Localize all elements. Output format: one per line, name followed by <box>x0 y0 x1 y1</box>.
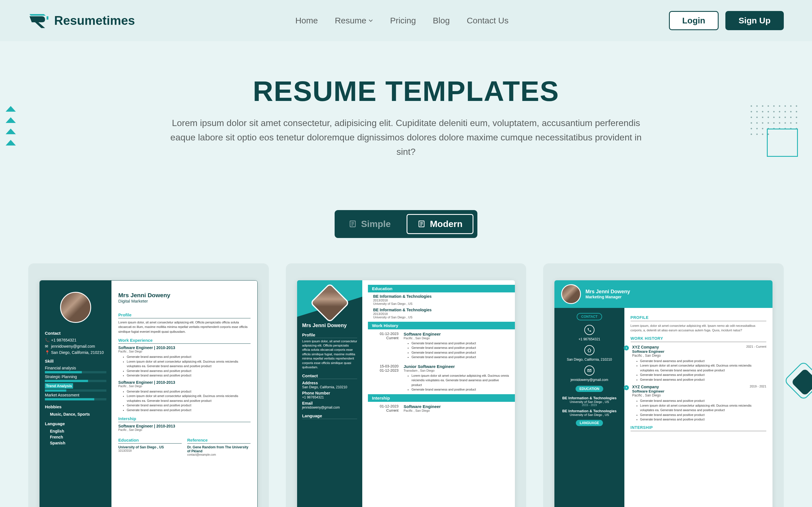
timeline-dot-icon <box>624 345 629 350</box>
template-card-1[interactable]: Contact 📞+1 987654321 ✉jennidoweny@gmail… <box>28 263 269 507</box>
svg-point-16 <box>790 111 792 113</box>
email-icon: ✉ <box>45 344 49 348</box>
intership-heading: Intership <box>368 394 515 402</box>
education-heading: Education <box>368 285 515 292</box>
nav-contact[interactable]: Contact Us <box>467 16 508 25</box>
resume-name: Mrs Jenni Doweny <box>586 289 630 295</box>
education-pill: EDUCATION <box>576 386 603 392</box>
profile-text: Lorem ipsum dolor, sit amet consectetur … <box>118 320 250 334</box>
hobbies-heading: Hobbies <box>45 404 106 409</box>
education-location: University of San Diego , US <box>373 316 510 319</box>
resume-role: Marketing Manager <box>586 295 630 299</box>
language-item: French <box>45 434 106 440</box>
svg-point-2 <box>762 106 763 107</box>
signup-button[interactable]: Sign Up <box>725 11 784 30</box>
svg-point-45 <box>751 134 752 135</box>
language-heading: Language <box>45 421 106 426</box>
reference-contact: contact@example.com <box>187 453 251 456</box>
skill-item: Strategic Planning <box>45 375 106 379</box>
resume-name: Mrs Jenni Doweny <box>118 292 250 299</box>
svg-point-46 <box>756 134 758 135</box>
address-value: San Diego, California, 210210 <box>302 385 358 389</box>
skill-item: Financial analysis <box>45 366 106 370</box>
address-label: Address <box>302 381 358 385</box>
education-date: 2015 - 2019 <box>558 403 620 407</box>
svg-point-26 <box>796 117 797 118</box>
svg-point-23 <box>779 117 780 118</box>
templates-grid: Contact 📞+1 987654321 ✉jennidoweny@gmail… <box>0 263 812 507</box>
svg-point-24 <box>784 117 786 118</box>
work-heading: WORK HISTORY <box>631 336 766 342</box>
education-title: University of San Diego , US <box>118 445 181 449</box>
template-tabs: Simple Modern <box>0 210 812 238</box>
nav-pricing[interactable]: Pricing <box>390 16 416 25</box>
tab-modern[interactable]: Modern <box>407 214 474 234</box>
chevron-down-icon <box>369 18 373 23</box>
nav-home[interactable]: Home <box>295 16 318 25</box>
education-title: BE Information & Technologies <box>373 307 510 312</box>
template-card-3[interactable]: Mrs Jenni Doweny Marketing Manager CONTA… <box>543 263 784 507</box>
tab-simple[interactable]: Simple <box>338 214 401 234</box>
profile-heading: Profile <box>118 313 250 318</box>
decoration-triangles <box>6 106 16 151</box>
job-title: Software Engineer <box>403 404 510 409</box>
avatar-icon <box>561 284 581 304</box>
svg-point-58 <box>626 347 627 348</box>
document-icon <box>349 220 357 228</box>
svg-point-12 <box>768 111 769 113</box>
svg-point-34 <box>790 122 792 124</box>
job-location: Pacific , San Diego <box>403 409 510 412</box>
job-date: 2019 - 2021 <box>750 385 766 389</box>
job-bullets: Generate brand awarness and positive pro… <box>118 354 250 378</box>
job-location: Pacific , San Diego <box>118 428 250 432</box>
profile-heading: Profile <box>302 332 358 338</box>
template-card-2[interactable]: Mrs Jenni Doweny Profile Lorem ipsum dol… <box>286 263 527 507</box>
education-title: BE Information & Technologies <box>558 396 620 400</box>
svg-point-29 <box>762 122 763 124</box>
job-location: Pacific , San Diego <box>632 354 766 357</box>
main-nav: Home Resume Pricing Blog Contact Us <box>295 16 509 25</box>
work-heading: Work Experience <box>118 338 250 344</box>
work-heading: Work History <box>368 322 515 329</box>
language-item: English <box>45 428 106 434</box>
svg-point-31 <box>773 122 775 124</box>
intership-heading: Intership <box>118 416 250 422</box>
education-date: 1013/2018 <box>118 449 181 452</box>
svg-point-0 <box>751 106 752 107</box>
nav-blog[interactable]: Blog <box>433 16 450 25</box>
job-title: Software Engineer | 2010-2013 <box>118 424 250 428</box>
svg-point-14 <box>779 111 780 113</box>
contact-pill: CONTACT <box>577 313 602 320</box>
avatar-icon <box>60 292 91 323</box>
resume-preview-1: Contact 📞+1 987654321 ✉jennidoweny@gmail… <box>40 280 258 507</box>
job-title: Software Engineer <box>403 332 510 336</box>
nav-resume[interactable]: Resume <box>335 16 373 25</box>
svg-point-21 <box>768 117 769 118</box>
profile-heading: PROFILE <box>631 315 766 321</box>
svg-point-5 <box>779 106 780 107</box>
brand-name: Resumetimes <box>54 13 135 27</box>
job-location: Pacific , San Diego <box>403 336 510 340</box>
login-button[interactable]: Login <box>669 11 719 30</box>
skill-item-highlighted: Trend Analysis <box>45 383 73 389</box>
profile-text: Lorem ipsum, dolor sit amet consectetur … <box>631 324 766 333</box>
svg-point-6 <box>784 106 786 107</box>
education-date: 2013/2018 <box>373 299 510 302</box>
education-location: University of San Diego , US <box>558 400 620 403</box>
resume-preview-3: Mrs Jenni Doweny Marketing Manager CONTA… <box>554 280 772 507</box>
hero: RESUME TEMPLATES Lorem ipsum dolor sit a… <box>0 41 812 182</box>
svg-point-59 <box>626 387 627 388</box>
logo[interactable]: Resumetimes <box>28 13 135 29</box>
document-icon <box>418 220 426 228</box>
hobbies-list: Music, Dance, Sports <box>45 411 106 417</box>
home-icon <box>584 345 594 355</box>
resume-role: Digital Marketer <box>118 299 250 303</box>
svg-point-35 <box>796 122 797 124</box>
phone-value: +1 987654321 <box>51 338 76 342</box>
email-value: jennidoweny@gmail.com <box>302 405 358 409</box>
svg-point-11 <box>762 111 763 113</box>
svg-point-47 <box>762 134 763 135</box>
header: Resumetimes Home Resume Pricing Blog Con… <box>0 0 812 41</box>
svg-point-9 <box>751 111 752 113</box>
job-title: Software Engineer | 2010-2013 <box>118 345 250 350</box>
